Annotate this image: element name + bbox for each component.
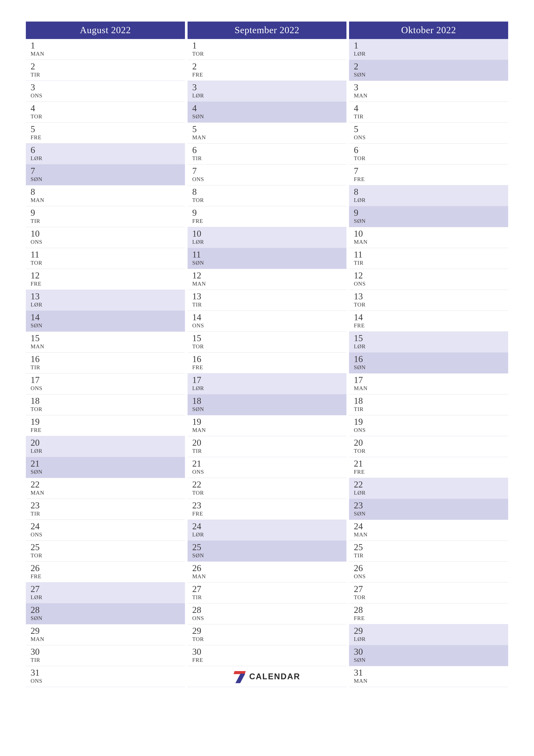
day-weekday: FRE (192, 657, 347, 663)
day-cell: 17ONS (26, 373, 185, 394)
day-cell: 27LØR (26, 582, 185, 604)
day-number: 4 (31, 103, 185, 113)
day-weekday: FRE (354, 322, 508, 329)
day-weekday: LØR (354, 490, 508, 496)
day-cell: 9FRE (188, 206, 347, 227)
day-cell: 18TIR (349, 394, 508, 415)
day-cell: 15MAN (26, 332, 185, 353)
day-number: 8 (31, 187, 185, 197)
day-cell: 3MAN (349, 81, 508, 102)
day-cell: 25SØN (188, 541, 347, 562)
day-weekday: TIR (31, 218, 185, 224)
day-weekday: MAN (31, 636, 185, 642)
day-weekday: FRE (31, 427, 185, 433)
day-weekday: FRE (192, 218, 347, 224)
day-cell: 25TOR (26, 541, 185, 562)
day-weekday: ONS (31, 239, 185, 245)
month-column-september: September 2022 1TOR2FRE3LØR4SØN5MAN6TIR7… (188, 21, 347, 687)
day-number: 29 (354, 626, 508, 635)
day-number: 18 (192, 396, 347, 406)
day-number: 27 (31, 584, 185, 594)
day-cell: 27TOR (349, 582, 508, 604)
day-weekday: TIR (354, 552, 508, 559)
day-weekday: FRE (192, 511, 347, 517)
day-number: 15 (31, 334, 185, 343)
day-number: 9 (192, 208, 347, 217)
days-list: 1LØR2SØN3MAN4TIR5ONS6TOR7FRE8LØR9SØN10MA… (349, 39, 508, 687)
day-cell: 2FRE (188, 60, 347, 81)
day-number: 28 (354, 605, 508, 615)
seven-icon (234, 670, 246, 683)
day-weekday: SØN (192, 552, 347, 559)
day-cell: 13LØR (26, 290, 185, 311)
day-cell: 31ONS (26, 666, 185, 687)
day-number: 20 (192, 438, 347, 447)
day-weekday: TOR (192, 490, 347, 496)
day-cell: 12FRE (26, 269, 185, 290)
day-number: 10 (354, 229, 508, 238)
day-cell: 12MAN (188, 269, 347, 290)
day-number: 16 (31, 354, 185, 364)
day-cell: 14SØN (26, 311, 185, 332)
day-number: 1 (354, 41, 508, 50)
day-number: 11 (31, 250, 185, 259)
day-weekday: MAN (192, 281, 347, 287)
day-weekday: FRE (31, 281, 185, 287)
day-number: 6 (354, 145, 508, 155)
day-number: 26 (31, 563, 185, 573)
day-cell: 5MAN (188, 122, 347, 144)
day-weekday: LØR (192, 239, 347, 245)
day-weekday: SØN (31, 322, 185, 329)
day-number: 10 (192, 229, 347, 238)
day-number: 17 (31, 375, 185, 385)
day-weekday: LØR (31, 155, 185, 162)
day-number: 2 (354, 62, 508, 71)
day-cell: 12ONS (349, 269, 508, 290)
month-column-august: August 2022 1MAN2TIR3ONS4TOR5FRE6LØR7SØN… (26, 21, 185, 687)
day-weekday: MAN (354, 531, 508, 538)
day-cell: 19FRE (26, 415, 185, 436)
day-weekday: TOR (192, 636, 347, 642)
day-weekday: TOR (354, 302, 508, 308)
day-cell: 14FRE (349, 311, 508, 332)
day-weekday: FRE (354, 615, 508, 622)
day-weekday: SØN (31, 176, 185, 182)
day-number: 4 (192, 103, 347, 113)
day-weekday: SØN (354, 218, 508, 224)
day-number: 3 (354, 83, 508, 92)
day-cell: 11TIR (349, 248, 508, 269)
day-cell: 31MAN (349, 666, 508, 687)
day-number: 5 (31, 124, 185, 134)
day-number: 15 (192, 334, 347, 343)
day-number: 11 (354, 250, 508, 259)
day-number: 12 (192, 271, 347, 280)
day-number: 25 (354, 542, 508, 552)
day-weekday: TIR (31, 511, 185, 517)
day-cell: 28SØN (26, 604, 185, 624)
day-cell: 17MAN (349, 373, 508, 394)
day-cell: 26MAN (188, 562, 347, 582)
day-cell: 18TOR (26, 394, 185, 415)
day-number: 12 (354, 271, 508, 280)
day-weekday: MAN (354, 93, 508, 99)
day-weekday: SØN (354, 71, 508, 78)
day-number: 5 (354, 124, 508, 134)
day-cell: 18SØN (188, 394, 347, 415)
day-number: 19 (31, 417, 185, 426)
day-number: 12 (31, 271, 185, 280)
day-weekday: ONS (192, 176, 347, 182)
day-number: 28 (31, 605, 185, 615)
day-number: 13 (31, 292, 185, 301)
day-cell: 6LØR (26, 144, 185, 164)
day-cell: 1MAN (26, 39, 185, 60)
day-number: 22 (31, 480, 185, 489)
day-cell: 23TIR (26, 499, 185, 520)
day-number: 7 (354, 166, 508, 176)
day-cell: 11SØN (188, 248, 347, 269)
day-number: 1 (31, 41, 185, 50)
day-cell: 9SØN (349, 206, 508, 227)
day-weekday: MAN (31, 197, 185, 203)
day-number: 21 (354, 459, 508, 468)
day-weekday: LØR (354, 51, 508, 57)
day-number: 5 (192, 124, 347, 134)
